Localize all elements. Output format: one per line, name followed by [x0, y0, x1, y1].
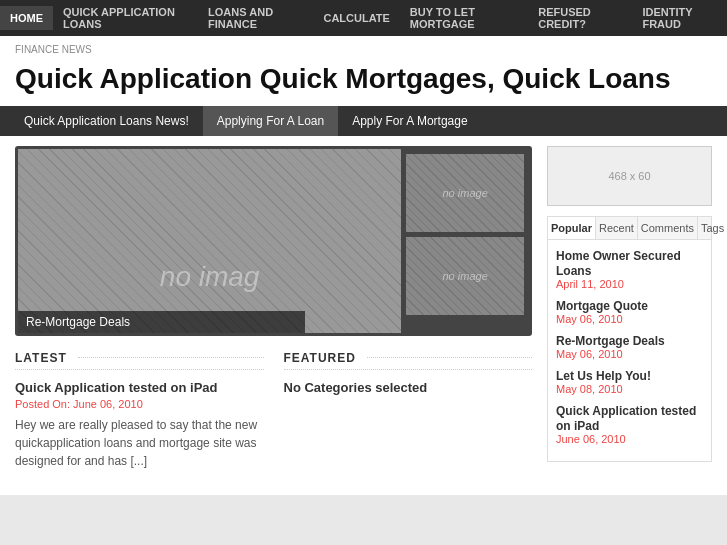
featured-section: FEATURED No Categories selected — [284, 351, 533, 470]
sub-navigation: Quick Application Loans News! Applying F… — [0, 106, 727, 136]
image-slider[interactable]: no imag Re-Mortgage Deals no image no im… — [15, 146, 532, 336]
nav-identity-fraud[interactable]: IDENTITY FRAUD — [632, 0, 727, 36]
sidebar-tab-tags[interactable]: Tags — [698, 217, 727, 239]
nav-loans-and-finance[interactable]: LOANS AND FINANCE — [198, 0, 313, 36]
sidebar-item-4: Quick Application tested on iPadJune 06,… — [556, 403, 703, 445]
two-column-section: LATEST Quick Application tested on iPad … — [15, 351, 532, 470]
latest-post-title: Quick Application tested on iPad — [15, 380, 264, 395]
thumb2-no-image: no image — [442, 270, 487, 282]
sidebar-item-link-3[interactable]: Let Us Help You! — [556, 369, 651, 383]
sidebar-item-title-3: Let Us Help You! — [556, 368, 703, 383]
nav-calculate[interactable]: CALCULATE — [313, 6, 399, 30]
nav-buy-to-let[interactable]: BUY TO LET MORTGAGE — [400, 0, 528, 36]
top-navigation: HOME QUICK APPLICATION LOANS LOANS AND F… — [0, 0, 727, 36]
subnav-news[interactable]: Quick Application Loans News! — [10, 106, 203, 136]
sidebar-tabs-widget: Popular Recent Comments Tags Home Owner … — [547, 216, 712, 462]
slider-thumb-2[interactable]: no image — [406, 237, 524, 315]
latest-post-date: Posted On: June 06, 2010 — [15, 398, 264, 410]
subnav-mortgage[interactable]: Apply For A Mortgage — [338, 106, 481, 136]
sidebar-item-title-4: Quick Application tested on iPad — [556, 403, 703, 433]
slider-thumb-1[interactable]: no image — [406, 154, 524, 232]
sidebar-item-link-2[interactable]: Re-Mortgage Deals — [556, 334, 665, 348]
slider-caption: Re-Mortgage Deals — [18, 311, 305, 333]
sidebar-item-date-3: May 08, 2010 — [556, 383, 703, 395]
sidebar-item-link-0[interactable]: Home Owner Secured Loans — [556, 249, 681, 278]
site-title: Quick Application Quick Mortgages, Quick… — [15, 62, 712, 96]
site-title-area: Quick Application Quick Mortgages, Quick… — [0, 57, 727, 106]
sidebar-tab-comments[interactable]: Comments — [638, 217, 698, 239]
slider-no-image-text: no imag — [160, 261, 260, 293]
sidebar-item-date-2: May 06, 2010 — [556, 348, 703, 360]
slider-main-image: no imag Re-Mortgage Deals — [18, 149, 401, 333]
sidebar-item-date-4: June 06, 2010 — [556, 433, 703, 445]
latest-section: LATEST Quick Application tested on iPad … — [15, 351, 264, 470]
subnav-applying[interactable]: Applying For A Loan — [203, 106, 338, 136]
main-content: no imag Re-Mortgage Deals no image no im… — [15, 146, 532, 485]
featured-header-line — [367, 357, 532, 358]
thumb1-no-image: no image — [442, 187, 487, 199]
no-categories-text: No Categories selected — [284, 380, 533, 395]
sidebar-item-link-1[interactable]: Mortgage Quote — [556, 299, 648, 313]
sidebar-item-date-1: May 06, 2010 — [556, 313, 703, 325]
latest-header-line — [78, 357, 264, 358]
nav-quick-application-loans[interactable]: QUICK APPLICATION LOANS — [53, 0, 198, 36]
sidebar-item-3: Let Us Help You!May 08, 2010 — [556, 368, 703, 395]
sidebar-tab-recent[interactable]: Recent — [596, 217, 638, 239]
sidebar-item-1: Mortgage QuoteMay 06, 2010 — [556, 298, 703, 325]
sidebar-item-link-4[interactable]: Quick Application tested on iPad — [556, 404, 696, 433]
latest-post-excerpt: Hey we are really pleased to say that th… — [15, 416, 264, 470]
sidebar-tab-popular[interactable]: Popular — [548, 217, 596, 239]
slider-thumbnails: no image no image — [401, 149, 529, 333]
sidebar-tab-bar: Popular Recent Comments Tags — [548, 217, 711, 240]
sidebar-item-title-1: Mortgage Quote — [556, 298, 703, 313]
featured-header: FEATURED — [284, 351, 533, 370]
content-area: no imag Re-Mortgage Deals no image no im… — [0, 136, 727, 495]
nav-home[interactable]: HOME — [0, 6, 53, 30]
sidebar-items-list: Home Owner Secured LoansApril 11, 2010Mo… — [548, 240, 711, 461]
sidebar-ad: 468 x 60 — [547, 146, 712, 206]
sidebar-item-2: Re-Mortgage DealsMay 06, 2010 — [556, 333, 703, 360]
sidebar-item-0: Home Owner Secured LoansApril 11, 2010 — [556, 248, 703, 290]
finance-news-tag: FINANCE NEWS — [0, 36, 727, 57]
sidebar-item-title-2: Re-Mortgage Deals — [556, 333, 703, 348]
sidebar-item-date-0: April 11, 2010 — [556, 278, 703, 290]
sidebar: 468 x 60 Popular Recent Comments Tags Ho… — [547, 146, 712, 485]
sidebar-item-title-0: Home Owner Secured Loans — [556, 248, 703, 278]
nav-refused-credit[interactable]: REFUSED CREDIT? — [528, 0, 632, 36]
latest-header: LATEST — [15, 351, 264, 370]
